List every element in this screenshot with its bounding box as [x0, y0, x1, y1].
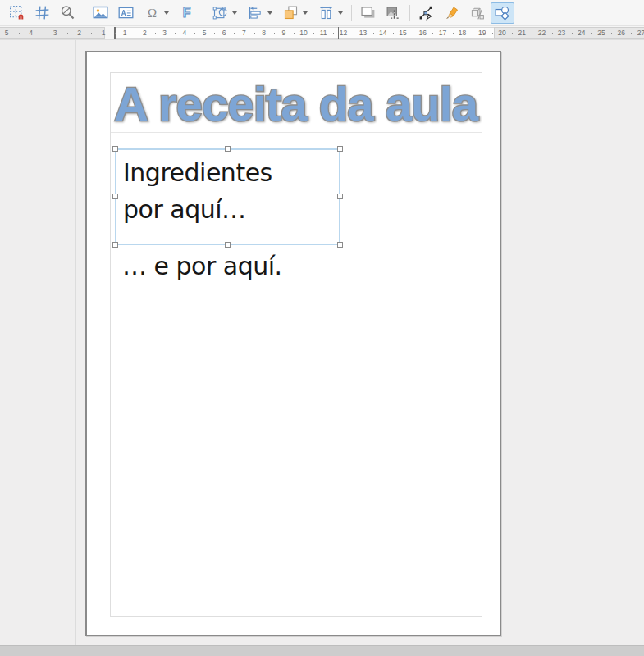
- ruler-tick: [254, 33, 255, 34]
- ruler-number: 1: [123, 29, 127, 37]
- ruler-number: 26: [617, 29, 624, 37]
- ruler-number: 10: [299, 29, 307, 37]
- resize-handle-n[interactable]: [225, 146, 231, 152]
- ruler-number: 2: [77, 29, 81, 37]
- ruler-number: 8: [262, 29, 266, 37]
- resize-handle-ne[interactable]: [337, 146, 343, 152]
- text-box-line[interactable]: Ingredientes: [123, 154, 339, 191]
- ruler-number: 27: [637, 29, 644, 37]
- edit-points-button[interactable]: [414, 2, 438, 24]
- ruler-number: 4: [182, 29, 186, 37]
- ruler-tick: [354, 33, 354, 34]
- arrange-button[interactable]: [278, 2, 312, 24]
- shadow-icon: [359, 4, 377, 21]
- ruler-tick: [413, 33, 413, 34]
- insert-text-box-button[interactable]: [114, 2, 138, 24]
- dropdown-arrow-icon[interactable]: [338, 11, 343, 15]
- ruler-number: 7: [242, 29, 246, 37]
- dropdown-arrow-icon[interactable]: [164, 11, 169, 15]
- toggle-extrusion-button[interactable]: [465, 2, 489, 24]
- dropdown-arrow-icon[interactable]: [232, 11, 237, 15]
- edit-points-icon: [418, 4, 435, 21]
- fontwork-button[interactable]: F: [175, 2, 199, 24]
- ruler-tick: [492, 33, 493, 34]
- dropdown-arrow-icon[interactable]: [267, 11, 272, 15]
- ruler-tick: [135, 33, 135, 34]
- toolbar-separator: [351, 5, 352, 21]
- caption-text[interactable]: … e por aquí.: [122, 252, 282, 280]
- ruler-tick: [552, 33, 553, 34]
- svg-text:F: F: [183, 6, 191, 20]
- ruler-number: 17: [439, 29, 446, 37]
- snap-to-grid-button[interactable]: [5, 2, 29, 24]
- zoom-button[interactable]: [56, 2, 80, 24]
- show-draw-functions-icon: [494, 4, 511, 21]
- resize-handle-se[interactable]: [337, 242, 343, 248]
- resize-handle-e[interactable]: [337, 194, 343, 199]
- shadow-button[interactable]: [356, 2, 380, 24]
- horizontal-ruler-ticks: 5432112345678910111213141516171819202122…: [0, 26, 644, 40]
- ruler-tick: [19, 33, 20, 34]
- title-fontwork[interactable]: A receita da aula: [112, 74, 490, 134]
- ruler-number: 18: [459, 29, 466, 37]
- page-title: A receita da aula: [114, 78, 479, 130]
- svg-text:Ω: Ω: [148, 7, 157, 20]
- horizontal-ruler[interactable]: 5432112345678910111213141516171819202122…: [0, 26, 644, 40]
- rotate-button[interactable]: [208, 2, 241, 24]
- special-character-button[interactable]: Ω: [139, 2, 173, 24]
- align-objects-icon: [247, 4, 264, 21]
- ruler-tick: [631, 33, 632, 34]
- insert-image-icon: [92, 4, 109, 21]
- clone-formatting-button[interactable]: [440, 2, 464, 24]
- ruler-tick: [91, 33, 92, 34]
- show-draw-functions-button[interactable]: [491, 2, 514, 24]
- align-objects-button[interactable]: [243, 2, 276, 24]
- ruler-number: 22: [538, 29, 546, 37]
- resize-handle-w[interactable]: [112, 194, 118, 199]
- insert-image-button[interactable]: [89, 2, 112, 24]
- ruler-number: 14: [379, 29, 386, 37]
- ruler-tick: [313, 33, 314, 34]
- resize-handle-s[interactable]: [225, 242, 231, 248]
- ruler-number: 6: [222, 29, 226, 37]
- distribute-button[interactable]: [313, 2, 347, 24]
- ruler-tick: [175, 33, 176, 34]
- ruler-number: 15: [399, 29, 406, 37]
- ruler-tick: [611, 33, 612, 34]
- ruler-number: 19: [478, 29, 486, 37]
- ruler-tick: [155, 33, 156, 34]
- ruler-tick: [115, 33, 116, 34]
- ruler-number: 3: [162, 29, 167, 37]
- ruler-tick: [572, 33, 573, 34]
- ruler-tick: [333, 33, 334, 34]
- ruler-tick: [214, 33, 215, 34]
- dropdown-arrow-icon[interactable]: [303, 11, 308, 15]
- ruler-tick: [432, 33, 433, 34]
- toolbar-separator: [409, 5, 410, 21]
- resize-handle-nw[interactable]: [112, 146, 118, 152]
- ruler-number: 13: [359, 29, 367, 37]
- display-grid-icon: [34, 4, 51, 21]
- app-window: Ω F: [0, 0, 644, 656]
- ruler-tick: [194, 33, 195, 34]
- distribute-icon: [317, 4, 335, 21]
- ruler-tick: [234, 33, 235, 34]
- ruler-tick: [453, 33, 454, 34]
- ruler-number: 5: [203, 29, 207, 37]
- drawing-toolbar: Ω F: [0, 0, 644, 26]
- bottom-scrollbar-strip[interactable]: [0, 645, 644, 656]
- snap-to-grid-icon: [8, 4, 25, 21]
- text-box-line[interactable]: por aquí…: [123, 191, 339, 228]
- ruler-number: 16: [418, 29, 426, 37]
- ruler-number: 25: [597, 29, 605, 37]
- ruler-tick: [473, 33, 473, 34]
- display-grid-button[interactable]: [30, 2, 54, 24]
- crop-image-button[interactable]: [381, 2, 405, 24]
- toolbar-separator: [84, 5, 84, 21]
- zoom-icon: [59, 4, 76, 21]
- canvas-edge-line: [75, 40, 76, 645]
- selected-text-box[interactable]: Ingredientes por aquí…: [115, 148, 340, 245]
- toggle-extrusion-icon: [468, 4, 486, 21]
- resize-handle-sw[interactable]: [112, 242, 118, 248]
- ruler-tick: [393, 33, 394, 34]
